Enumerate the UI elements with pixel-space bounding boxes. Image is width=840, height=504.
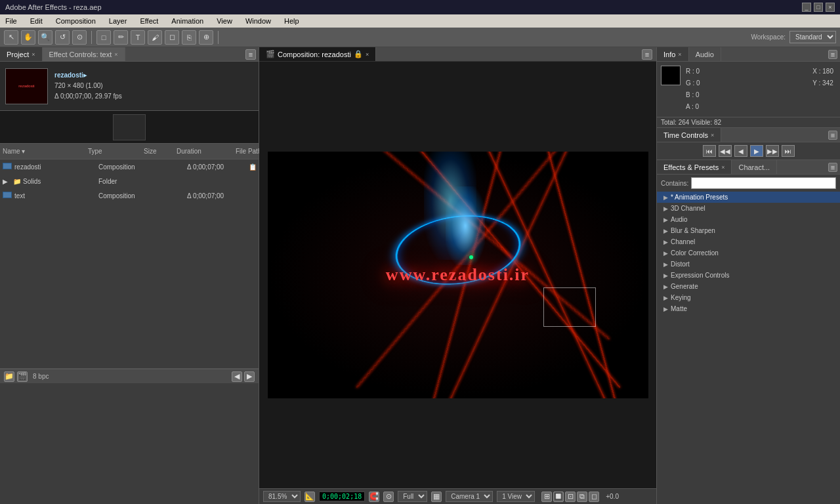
tab-project[interactable]: Project ×	[0, 47, 43, 61]
menu-animation[interactable]: Animation	[169, 17, 206, 25]
expand-arrow: ▶	[663, 250, 668, 257]
tab-time-close[interactable]: ×	[711, 132, 714, 138]
tool-rotate[interactable]: ↺	[55, 30, 70, 45]
view-btn4[interactable]: ⧉	[577, 492, 587, 502]
app-title: Adobe After Effects - reza.aep	[5, 3, 102, 11]
effect-item-keying[interactable]: ▶ Keying	[657, 292, 840, 303]
tab-character[interactable]: Charact...	[732, 160, 777, 174]
effect-item-generate[interactable]: ▶ Generate	[657, 281, 840, 292]
comp-panel-menu[interactable]: ≡	[642, 49, 652, 60]
maximize-button[interactable]: □	[814, 3, 823, 12]
quality-select[interactable]: Full	[398, 491, 427, 502]
project-list: rezadosti Composition Δ 0;00;07;00 📋 ▶ 📁…	[0, 159, 259, 368]
effect-item-expression[interactable]: ▶ Expression Controls	[657, 270, 840, 281]
effect-name: Blur & Sharpen	[671, 227, 715, 234]
effect-item-channel[interactable]: ▶ Channel	[657, 236, 840, 247]
new-folder-btn[interactable]: 📁	[4, 371, 14, 382]
list-item[interactable]: ▶ 📁Solids Folder	[0, 174, 259, 188]
flow-btn2[interactable]: ▶	[244, 371, 255, 382]
tool-clone[interactable]: ⎘	[182, 30, 196, 45]
tab-effects-close[interactable]: ×	[721, 164, 724, 171]
comp-icon	[3, 163, 12, 169]
col-header-name[interactable]: Name ▾	[3, 148, 88, 155]
goto-end-btn[interactable]: ⏭	[782, 145, 795, 157]
tab-effects[interactable]: Effects & Presets ×	[657, 160, 732, 174]
tool-text[interactable]: T	[131, 30, 145, 45]
x-value: X : 180	[812, 66, 833, 77]
view-btn3[interactable]: ⊡	[565, 492, 576, 502]
menu-effect[interactable]: Effect	[137, 17, 161, 25]
next-btn[interactable]: ▶▶	[766, 145, 779, 157]
view-btn5[interactable]: ◻	[589, 492, 599, 502]
effect-item-blur[interactable]: ▶ Blur & Sharpen	[657, 225, 840, 236]
menu-edit[interactable]: Edit	[28, 17, 45, 25]
tab-info[interactable]: Info ×	[657, 47, 689, 61]
effect-name: * Animation Presets	[671, 194, 728, 201]
title-bar: Adobe After Effects - reza.aep _ □ ×	[0, 0, 840, 14]
tool-mask-rect[interactable]: □	[96, 30, 111, 45]
tab-comp-close[interactable]: ×	[366, 51, 369, 58]
effect-item-color-correction[interactable]: ▶ Color Correction	[657, 247, 840, 259]
play-btn[interactable]: ▶	[750, 145, 763, 157]
toolbar: ↖ ✋ 🔍 ↺ ⊙ □ ✏ T 🖌 ◻ ⎘ ⊕ Workspace: Stand…	[0, 28, 840, 47]
tab-audio[interactable]: Audio	[689, 47, 721, 61]
view-btn2[interactable]: 🔲	[553, 492, 564, 502]
flow-btn[interactable]: ◀	[232, 371, 242, 382]
transparency-btn[interactable]: ▦	[431, 492, 442, 502]
prev-frame-btn[interactable]: ◀◀	[719, 145, 732, 157]
tab-time-controls[interactable]: Time Controls ×	[657, 128, 721, 142]
tool-hand[interactable]: ✋	[21, 30, 35, 45]
region-btn[interactable]: ⊙	[383, 492, 394, 502]
effect-item-animation-presets[interactable]: ▶ * Animation Presets	[657, 192, 840, 203]
tool-puppet[interactable]: ⊕	[199, 30, 213, 45]
effects-panel-menu[interactable]: ≡	[828, 163, 837, 172]
effect-item-3d-channel[interactable]: ▶ 3D Channel	[657, 203, 840, 214]
preview-thumbnail: rezadosti	[5, 68, 48, 104]
menu-layer[interactable]: Layer	[106, 17, 130, 25]
window-controls[interactable]: _ □ ×	[802, 3, 835, 12]
composition-viewer[interactable]: www.rezadosti.ir	[259, 62, 656, 488]
close-button[interactable]: ×	[826, 3, 835, 12]
tool-camera-orbit[interactable]: ⊙	[72, 30, 87, 45]
tab-composition[interactable]: 🎬 Composition: rezadosti 🔒 ×	[259, 47, 376, 61]
tool-mask-pen[interactable]: ✏	[114, 30, 128, 45]
time-panel-menu[interactable]: ≡	[828, 131, 837, 140]
list-item[interactable]: rezadosti Composition Δ 0;00;07;00 📋	[0, 159, 259, 174]
tab-info-close[interactable]: ×	[678, 51, 681, 58]
view-btn1[interactable]: ⊞	[541, 492, 552, 502]
prev-btn[interactable]: ◀	[734, 145, 747, 157]
new-comp-btn[interactable]: 🎬	[17, 371, 28, 382]
expand-arrow: ▶	[663, 306, 668, 312]
tab-project-close[interactable]: ×	[32, 51, 35, 58]
menu-file[interactable]: File	[3, 17, 20, 25]
info-total: Total: 264 Visible: 82	[657, 117, 840, 127]
menu-window[interactable]: Window	[243, 17, 274, 25]
minimize-button[interactable]: _	[802, 3, 811, 12]
menu-help[interactable]: Help	[282, 17, 302, 25]
tool-brush[interactable]: 🖌	[148, 30, 162, 45]
effect-item-matte[interactable]: ▶ Matte	[657, 303, 840, 314]
menu-composition[interactable]: Composition	[53, 17, 98, 25]
snap-btn[interactable]: 🧲	[369, 492, 379, 502]
effect-item-audio[interactable]: ▶ Audio	[657, 214, 840, 225]
goto-start-btn[interactable]: ⏮	[703, 145, 716, 157]
tab-effect-controls-close[interactable]: ×	[114, 51, 117, 58]
tab-effect-controls[interactable]: Effect Controls: text ×	[43, 47, 125, 61]
tool-eraser[interactable]: ◻	[165, 30, 179, 45]
effect-item-distort[interactable]: ▶ Distort	[657, 259, 840, 270]
camera-select[interactable]: Camera 1	[446, 491, 493, 502]
resolution-btn[interactable]: 📐	[304, 492, 315, 502]
panel-menu-btn[interactable]: ≡	[245, 49, 256, 60]
tool-zoom[interactable]: 🔍	[38, 30, 52, 45]
coord-values: X : 180 Y : 342	[812, 66, 836, 113]
zoom-select[interactable]: 81.5%	[263, 491, 301, 502]
list-item[interactable]: text Composition Δ 0;00;07;00	[0, 188, 259, 203]
workspace-dropdown[interactable]: Standard	[789, 31, 836, 43]
view-select[interactable]: 1 View	[497, 491, 535, 502]
zoom-control[interactable]: 81.5%	[263, 491, 301, 502]
info-panel-menu[interactable]: ≡	[828, 50, 837, 59]
menu-view[interactable]: View	[214, 17, 235, 25]
color-swatch	[661, 66, 681, 85]
effects-search-input[interactable]	[691, 177, 836, 189]
tool-select[interactable]: ↖	[4, 30, 18, 45]
